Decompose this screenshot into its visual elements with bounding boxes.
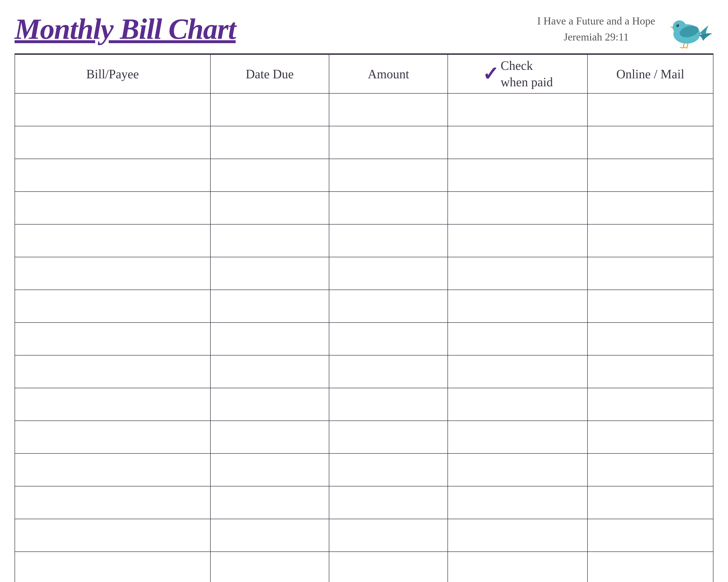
table-row <box>15 192 713 224</box>
table-cell <box>588 290 713 323</box>
table-cell <box>329 93 448 126</box>
table-cell <box>588 355 713 388</box>
table-row <box>15 159 713 192</box>
table-cell <box>329 257 448 290</box>
table-cell <box>210 290 329 323</box>
table-cell <box>448 486 588 519</box>
table-cell <box>329 453 448 486</box>
table-cell <box>448 159 588 192</box>
table-row <box>15 421 713 453</box>
table-cell <box>15 486 210 519</box>
svg-point-3 <box>676 24 679 27</box>
table-cell <box>15 519 210 552</box>
col-header-date-due: Date Due <box>210 55 329 93</box>
header-right: I Have a Future and a Hope Jeremiah 29:1… <box>537 10 713 49</box>
table-cell <box>15 224 210 257</box>
table-cell <box>15 323 210 355</box>
table-row <box>15 453 713 486</box>
table-cell <box>329 290 448 323</box>
svg-line-7 <box>687 44 688 48</box>
table-cell <box>15 552 210 582</box>
table-cell <box>210 323 329 355</box>
svg-marker-2 <box>670 26 673 29</box>
table-row <box>15 388 713 421</box>
table-cell <box>15 126 210 159</box>
table-cell <box>588 519 713 552</box>
table-row <box>15 126 713 159</box>
when-paid-label: when paid <box>501 74 553 90</box>
table-cell <box>329 421 448 453</box>
table-cell <box>210 224 329 257</box>
table-cell <box>588 224 713 257</box>
table-cell <box>448 257 588 290</box>
table-row <box>15 552 713 582</box>
table-header-row: Bill/Payee Date Due Amount ✓ Check when … <box>15 55 713 93</box>
col-header-online-mail: Online / Mail <box>588 55 713 93</box>
table-cell <box>210 388 329 421</box>
table-cell <box>15 290 210 323</box>
bird-illustration <box>665 10 713 49</box>
table-cell <box>329 126 448 159</box>
bill-table-container: Bill/Payee Date Due Amount ✓ Check when … <box>15 54 713 582</box>
check-header-content: ✓ Check when paid <box>453 57 582 90</box>
col-header-check-when-paid: ✓ Check when paid <box>448 55 588 93</box>
table-cell <box>15 192 210 224</box>
table-cell <box>588 159 713 192</box>
table-cell <box>329 159 448 192</box>
table-cell <box>15 421 210 453</box>
table-cell <box>448 93 588 126</box>
table-cell <box>588 126 713 159</box>
table-row <box>15 290 713 323</box>
table-cell <box>210 421 329 453</box>
svg-line-8 <box>680 47 683 48</box>
table-cell <box>15 355 210 388</box>
table-cell <box>210 519 329 552</box>
table-row <box>15 257 713 290</box>
table-cell <box>588 192 713 224</box>
check-text: Check when paid <box>501 57 553 90</box>
table-cell <box>588 323 713 355</box>
table-cell <box>448 552 588 582</box>
table-cell <box>448 453 588 486</box>
check-label: Check <box>501 57 553 74</box>
header: Monthly Bill Chart I Have a Future and a… <box>15 10 713 54</box>
table-cell <box>15 159 210 192</box>
table-cell <box>210 453 329 486</box>
table-cell <box>588 93 713 126</box>
table-cell <box>329 192 448 224</box>
table-cell <box>210 552 329 582</box>
table-cell <box>448 519 588 552</box>
table-cell <box>588 486 713 519</box>
table-cell <box>448 323 588 355</box>
table-row <box>15 355 713 388</box>
table-cell <box>329 323 448 355</box>
table-cell <box>15 453 210 486</box>
table-cell <box>329 388 448 421</box>
table-row <box>15 224 713 257</box>
title-area: Monthly Bill Chart <box>15 15 236 44</box>
table-cell <box>210 355 329 388</box>
col-header-amount: Amount <box>329 55 448 93</box>
table-cell <box>210 159 329 192</box>
table-row <box>15 486 713 519</box>
table-cell <box>210 126 329 159</box>
table-cell <box>588 257 713 290</box>
table-cell <box>588 421 713 453</box>
col-header-bill-payee: Bill/Payee <box>15 55 210 93</box>
table-cell <box>448 126 588 159</box>
table-cell <box>15 388 210 421</box>
svg-line-10 <box>684 47 687 48</box>
table-cell <box>448 290 588 323</box>
table-cell <box>588 552 713 582</box>
table-cell <box>448 388 588 421</box>
table-cell <box>329 519 448 552</box>
table-row <box>15 323 713 355</box>
table-cell <box>210 486 329 519</box>
verse-line2: Jeremiah 29:11 <box>537 29 655 45</box>
table-row <box>15 93 713 126</box>
table-cell <box>448 224 588 257</box>
verse-text: I Have a Future and a Hope Jeremiah 29:1… <box>537 13 655 45</box>
table-cell <box>210 257 329 290</box>
table-body <box>15 93 713 582</box>
table-cell <box>210 93 329 126</box>
